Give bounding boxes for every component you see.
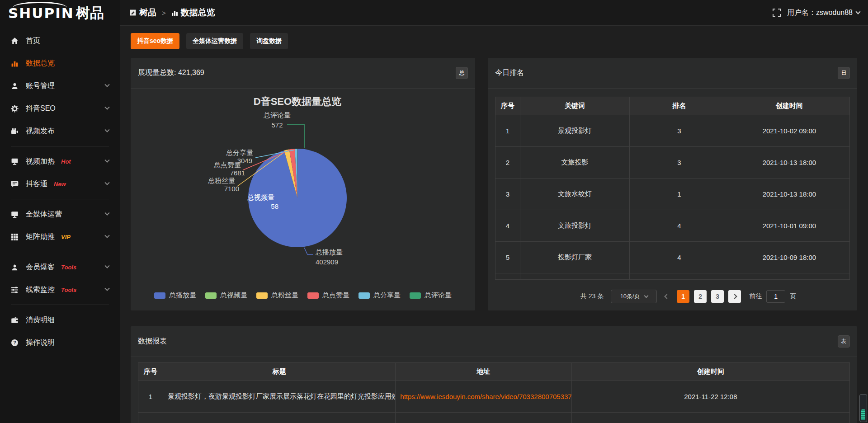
- app-icon: [130, 9, 137, 16]
- table-row[interactable]: 3文旅水纹灯12021-10-13 18:00: [495, 179, 849, 210]
- sidebar-item-label: 抖客通: [26, 179, 47, 189]
- chevron-down-icon: [104, 127, 109, 132]
- sidebar-item-label: 数据总览: [26, 59, 55, 68]
- table-cell: [572, 413, 849, 423]
- table-row[interactable]: 1景观投影灯，夜游景观投影灯厂家展示展示落花灯在花园里的灯光投影应用效果 #ht…: [138, 381, 849, 413]
- pagination-total: 共 23 条: [580, 292, 604, 301]
- table-cell-link[interactable]: https://www.iesdouyin.com/share/video/70…: [396, 381, 572, 412]
- pie-chart-svg: D音SEO数据量总览总播放量402909总视频量58总粉丝量7100总点赞量76…: [131, 89, 475, 310]
- sidebar-item-抖客通[interactable]: 抖客通New: [0, 173, 120, 195]
- legend-swatch: [359, 292, 370, 299]
- table-row[interactable]: 5投影灯厂家42021-10-09 18:00: [495, 242, 849, 273]
- sidebar-item-badge: Tools: [61, 264, 76, 271]
- legend-item-总点赞量[interactable]: 总点赞量: [307, 291, 349, 300]
- chevron-down-icon: [104, 158, 109, 163]
- table-cell: 4: [495, 210, 520, 241]
- breadcrumb-item[interactable]: 树品: [130, 7, 156, 19]
- legend-item-总视频量[interactable]: 总视频量: [205, 291, 247, 300]
- logo-text-cn: 树品: [76, 4, 104, 23]
- sidebar-item-线索监控[interactable]: 线索监控Tools: [0, 278, 120, 301]
- legend-item-总评论量[interactable]: 总评论量: [410, 291, 452, 300]
- table-row[interactable]: 1景观投影灯32021-10-02 09:00: [495, 115, 849, 147]
- table-header-row: 序号标题地址创建时间: [138, 363, 849, 381]
- chevron-down-icon: [104, 180, 109, 185]
- table-cell: [520, 273, 630, 279]
- sidebar-item-抖音SEO[interactable]: 抖音SEO: [0, 97, 120, 120]
- pie-label-name: 总分享量: [226, 149, 253, 156]
- table-cell: [495, 273, 520, 279]
- legend-swatch: [205, 292, 217, 299]
- legend-swatch: [307, 292, 319, 299]
- tab-抖音seo数据[interactable]: 抖音seo数据: [131, 33, 179, 49]
- legend-label: 总分享量: [373, 291, 401, 300]
- tab-全媒体运营数据[interactable]: 全媒体运营数据: [186, 33, 243, 49]
- sidebar-item-会员爆客[interactable]: 会员爆客Tools: [0, 256, 120, 278]
- table-cell: 景观投影灯: [520, 115, 630, 146]
- sidebar-divider: [11, 199, 109, 199]
- scroll-indicator[interactable]: [859, 394, 867, 422]
- table-cell: [630, 273, 729, 279]
- home-icon: [11, 37, 19, 45]
- legend-label: 总粉丝量: [271, 291, 298, 300]
- column-header-地址: 地址: [396, 363, 572, 381]
- sidebar: SHUPIN 树品 首页数据总览账号管理抖音SEO视频发布视频加热Hot抖客通N…: [0, 0, 120, 423]
- report-panel-title: 数据报表: [138, 337, 167, 346]
- pie-label-value: 7681: [230, 169, 245, 177]
- pie-label-name: 总视频量: [247, 193, 274, 201]
- page-size-select[interactable]: 10条/页: [611, 290, 657, 303]
- table-cell: [729, 273, 849, 279]
- sidebar-item-全媒体运营[interactable]: 全媒体运营: [0, 203, 120, 226]
- chevron-left-icon: [665, 294, 670, 299]
- prev-page-button[interactable]: [661, 290, 672, 303]
- sidebar-item-矩阵助推[interactable]: 矩阵助推VIP: [0, 226, 120, 248]
- breadcrumb-label: 数据总览: [181, 7, 215, 19]
- fullscreen-icon[interactable]: [773, 9, 781, 17]
- table-cell-time: 2021-11-22 12:08: [572, 381, 849, 412]
- screen-icon: [11, 158, 19, 165]
- chevron-down-icon: [104, 82, 109, 87]
- overview-corner-button[interactable]: 总: [456, 67, 468, 79]
- sliders-icon: [11, 286, 19, 294]
- pie-label-value: 3049: [237, 157, 252, 164]
- legend-item-总粉丝量[interactable]: 总粉丝量: [256, 291, 298, 300]
- page-button-1[interactable]: 1: [677, 290, 689, 303]
- page-button-2[interactable]: 2: [694, 290, 707, 303]
- column-header-创建时间: 创建时间: [729, 97, 849, 115]
- pie-label-name: 总评论量: [263, 111, 291, 119]
- ranking-corner-button[interactable]: 日: [838, 67, 850, 79]
- legend-label: 总播放量: [169, 291, 196, 300]
- goto-page-input[interactable]: [766, 290, 785, 303]
- breadcrumb-item[interactable]: 数据总览: [171, 7, 215, 19]
- sidebar-item-视频加热[interactable]: 视频加热Hot: [0, 150, 120, 173]
- sidebar-item-账号管理[interactable]: 账号管理: [0, 75, 120, 97]
- pie-label-name: 总粉丝量: [208, 177, 235, 184]
- video-camera-icon: [11, 127, 19, 135]
- user-menu[interactable]: 用户名：zswodun88: [787, 8, 860, 18]
- legend-item-总播放量[interactable]: 总播放量: [154, 291, 196, 300]
- sidebar-item-视频发布[interactable]: 视频发布: [0, 120, 120, 142]
- chevron-down-icon: [104, 105, 109, 110]
- bar-chart-icon: [171, 9, 178, 16]
- sidebar-item-badge: Hot: [61, 158, 71, 165]
- legend-item-总分享量[interactable]: 总分享量: [359, 291, 401, 300]
- page-button-3[interactable]: 3: [711, 290, 724, 303]
- sidebar-item-消费明细[interactable]: 消费明细: [0, 309, 120, 331]
- sidebar-item-操作说明[interactable]: ?操作说明: [0, 331, 120, 354]
- table-row-partial: [495, 273, 849, 280]
- sidebar-item-数据总览[interactable]: 数据总览: [0, 52, 120, 75]
- tab-询盘数据[interactable]: 询盘数据: [250, 33, 288, 49]
- goto-label: 前往: [749, 292, 762, 301]
- sidebar-item-首页[interactable]: 首页: [0, 29, 120, 52]
- app-logo: SHUPIN 树品: [0, 0, 120, 26]
- scroll-thumb[interactable]: [861, 409, 865, 420]
- table-row[interactable]: 4文旅投影灯42021-10-01 09:00: [495, 210, 849, 242]
- wallet-icon: [11, 316, 19, 324]
- table-cell: 文旅投影: [520, 147, 630, 178]
- user-icon: [11, 82, 19, 90]
- pie-chart: D音SEO数据量总览总播放量402909总视频量58总粉丝量7100总点赞量76…: [131, 89, 475, 310]
- topbar: 树品>数据总览 用户名：zswodun88: [120, 0, 868, 26]
- report-corner-button[interactable]: 表: [838, 335, 850, 348]
- sidebar-item-label: 矩阵助推: [26, 232, 55, 242]
- next-page-button[interactable]: [728, 290, 741, 303]
- table-row[interactable]: 2文旅投影32021-10-13 18:00: [495, 147, 849, 179]
